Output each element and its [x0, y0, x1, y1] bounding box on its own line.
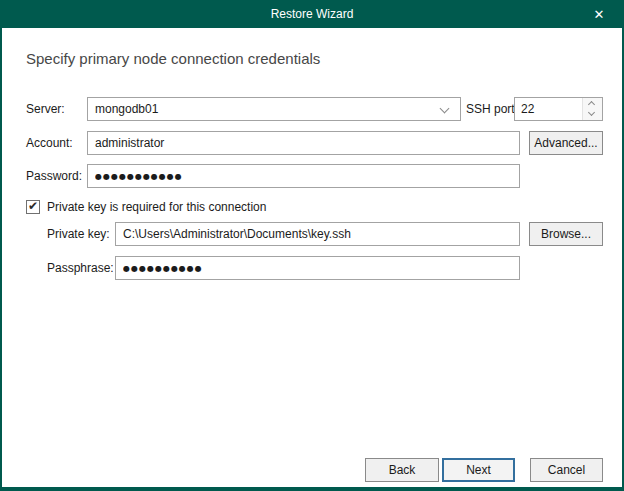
ssh-port-stepper [514, 97, 603, 121]
spinner-down-icon[interactable] [583, 109, 602, 120]
advanced-button[interactable]: Advanced... [529, 131, 603, 155]
private-key-checkbox-label[interactable]: Private key is required for this connect… [47, 200, 266, 215]
cancel-button[interactable]: Cancel [530, 458, 603, 482]
account-input[interactable] [87, 131, 520, 155]
server-combobox[interactable]: mongodb01 [87, 97, 461, 121]
ssh-port-label: SSH port: [466, 97, 518, 121]
page-title: Specify primary node connection credenti… [26, 50, 320, 67]
restore-wizard-window: Restore Wizard ✕ Specify primary node co… [0, 0, 624, 491]
spinner-arrows [582, 98, 602, 120]
private-key-checkbox[interactable]: ✔ [26, 200, 40, 214]
password-label: Password: [26, 164, 82, 188]
passphrase-label: Passphrase: [47, 256, 114, 280]
spinner-up-icon[interactable] [583, 98, 602, 109]
ssh-port-input[interactable] [515, 98, 582, 120]
password-input[interactable] [87, 164, 520, 188]
browse-button[interactable]: Browse... [529, 222, 603, 246]
close-icon[interactable]: ✕ [588, 0, 610, 28]
private-key-label: Private key: [47, 222, 110, 246]
server-label: Server: [26, 97, 65, 121]
titlebar: Restore Wizard ✕ [0, 0, 624, 28]
checkmark-icon: ✔ [28, 200, 38, 212]
back-button[interactable]: Back [365, 458, 439, 482]
window-title: Restore Wizard [271, 7, 354, 21]
private-key-input[interactable] [115, 222, 520, 246]
account-label: Account: [26, 131, 73, 155]
server-value: mongodb01 [95, 102, 158, 116]
passphrase-input[interactable] [115, 256, 520, 280]
next-button[interactable]: Next [442, 458, 515, 482]
chevron-down-icon[interactable] [440, 104, 450, 114]
